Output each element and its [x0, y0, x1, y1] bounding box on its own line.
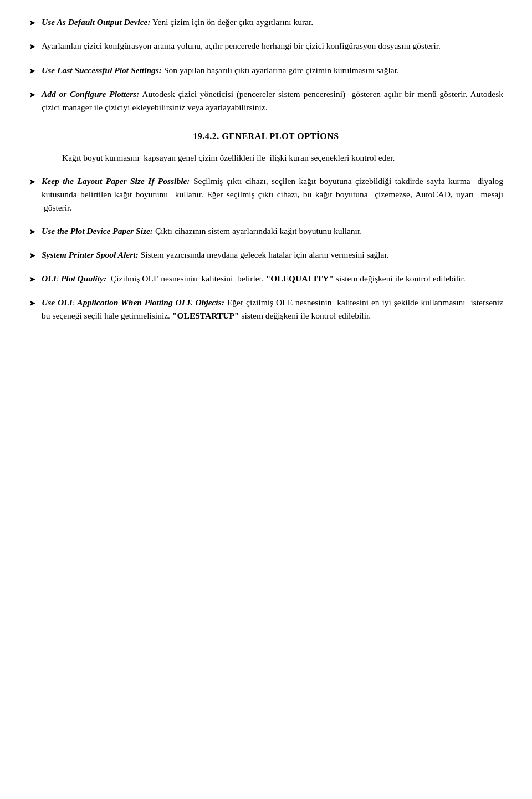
general-plot-options-heading: 19.4.2. GENERAL PLOT OPTİONS: [29, 130, 503, 144]
label-use-as-default: Use As Default Output Device:: [42, 17, 151, 27]
section-system-printer: ➤ System Printer Spool Alert: Sistem yaz…: [29, 248, 503, 262]
section-use-plot-device: ➤ Use the Plot Device Paper Size: Çıktı …: [29, 224, 503, 238]
bullet-arrow-2: ➤: [29, 40, 36, 53]
section-use-as-default: ➤ Use As Default Output Device: Yeni çiz…: [29, 16, 503, 29]
label-keep-layout: Keep the Layout Paper Size If Possible:: [42, 176, 190, 186]
label-use-ole-application: Use OLE Application When Plotting OLE Ob…: [42, 298, 224, 307]
bullet-arrow-1: ➤: [29, 17, 36, 29]
section-use-ole-application: ➤ Use OLE Application When Plotting OLE …: [29, 296, 503, 322]
section-use-last-successful-text: Use Last Successful Plot Settings: Son y…: [42, 64, 503, 77]
bullet-arrow-6: ➤: [29, 226, 36, 238]
label-use-last-successful: Use Last Successful Plot Settings:: [42, 65, 162, 75]
olequality-value: "OLEQUALITY": [266, 274, 334, 283]
bullet-arrow-9: ➤: [29, 297, 36, 310]
section-ayarlanilan-text: Ayarlanılan çizici konfgürasyon arama yo…: [42, 39, 503, 53]
olestartup-value: "OLESTARTUP": [172, 311, 239, 320]
bullet-arrow-7: ➤: [29, 249, 36, 262]
bullet-arrow-3: ➤: [29, 65, 36, 78]
section-use-last-successful: ➤ Use Last Successful Plot Settings: Son…: [29, 64, 503, 78]
label-ole-plot-quality: OLE Plot Quality:: [42, 274, 106, 283]
section-add-configure: ➤ Add or Configure Plotters: Autodesk çi…: [29, 88, 503, 114]
section-keep-layout-text: Keep the Layout Paper Size If Possible: …: [42, 175, 503, 214]
label-add-configure: Add or Configure Plotters:: [42, 89, 139, 99]
section-ole-plot-quality-text: OLE Plot Quality: Çizilmiş OLE nesnesini…: [42, 272, 503, 285]
section-use-ole-application-text: Use OLE Application When Plotting OLE Ob…: [42, 296, 503, 322]
section-add-configure-text: Add or Configure Plotters: Autodesk çizi…: [42, 88, 503, 114]
section-ole-plot-quality: ➤ OLE Plot Quality: Çizilmiş OLE nesnesi…: [29, 272, 503, 286]
section-system-printer-text: System Printer Spool Alert: Sistem yazıc…: [42, 248, 503, 262]
bullet-arrow-4: ➤: [29, 89, 36, 101]
section-use-plot-device-text: Use the Plot Device Paper Size: Çıktı ci…: [42, 224, 503, 238]
bullet-arrow-5: ➤: [29, 176, 36, 188]
section-ayarlanilan: ➤ Ayarlanılan çizici konfgürasyon arama …: [29, 39, 503, 53]
section-keep-layout: ➤ Keep the Layout Paper Size If Possible…: [29, 175, 503, 214]
bullet-arrow-8: ➤: [29, 273, 36, 286]
label-system-printer: System Printer Spool Alert:: [42, 250, 139, 259]
general-plot-options-intro: Kağıt boyut kurmasını kapsayan genel çiz…: [62, 151, 503, 165]
section-use-as-default-text: Use As Default Output Device: Yeni çizim…: [42, 16, 503, 29]
page-content: ➤ Use As Default Output Device: Yeni çiz…: [29, 16, 503, 322]
label-use-plot-device: Use the Plot Device Paper Size:: [42, 226, 153, 235]
